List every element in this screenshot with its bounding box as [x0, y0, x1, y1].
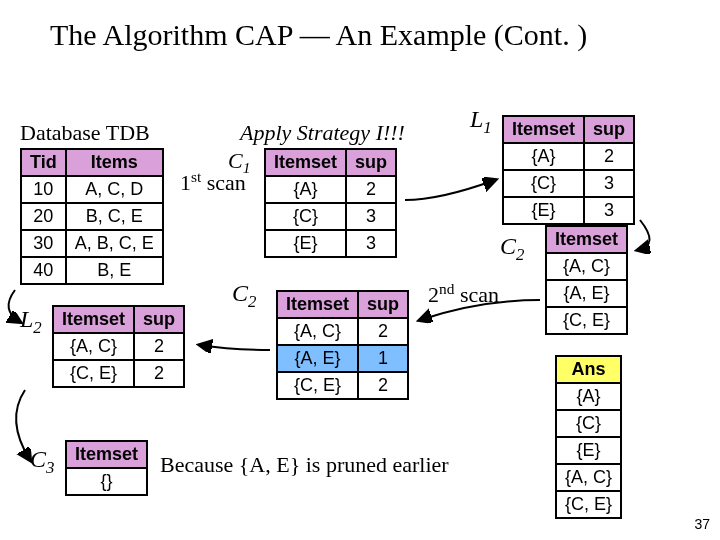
- flow-arrows: [0, 0, 720, 540]
- page-number: 37: [694, 516, 710, 532]
